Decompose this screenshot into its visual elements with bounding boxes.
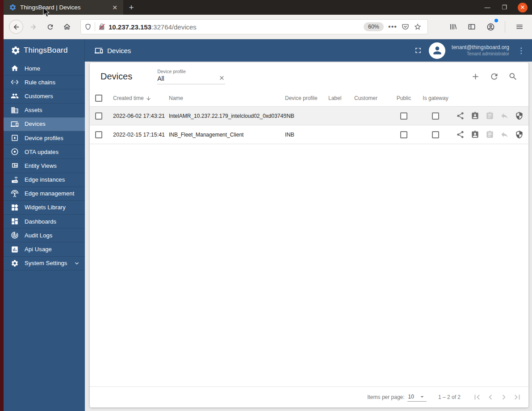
- user-avatar[interactable]: [429, 42, 445, 59]
- back-button[interactable]: [9, 20, 23, 34]
- zoom-level-badge[interactable]: 60%: [364, 22, 384, 31]
- sidebar-item-api-usage[interactable]: Api Usage: [4, 242, 85, 256]
- sidebar-item-rule-chains[interactable]: Rule chains: [4, 75, 85, 89]
- pocket-icon[interactable]: [399, 21, 411, 33]
- table-row[interactable]: 2022-02-15 17:15:41 INB_Fleet_Management…: [90, 125, 528, 144]
- sidebar-item-devices[interactable]: Devices: [4, 117, 85, 131]
- hamburger-menu-icon[interactable]: [512, 20, 527, 34]
- mouse-cursor: [43, 7, 50, 18]
- rule-chains-icon: [11, 78, 19, 86]
- browser-tab[interactable]: ThingsBoard | Devices ✕: [4, 0, 123, 15]
- sidebar-item-label: Dashboards: [25, 218, 80, 225]
- filter-value[interactable]: All: [157, 75, 218, 82]
- fullscreen-icon[interactable]: [414, 46, 423, 55]
- sidebar-item-label: System Settings: [25, 260, 67, 266]
- url-path: :32764/devices: [151, 23, 197, 31]
- new-tab-button[interactable]: +: [123, 0, 139, 15]
- minimize-button[interactable]: —: [484, 4, 491, 11]
- table-header: Created time Name Device profile Label C…: [90, 90, 528, 107]
- sidebar-item-label: Devices: [25, 120, 80, 127]
- device-profile-filter[interactable]: Device profile All: [157, 69, 225, 84]
- is-gateway-checkbox[interactable]: [432, 131, 439, 138]
- refresh-icon[interactable]: [490, 72, 499, 81]
- column-public[interactable]: Public: [388, 95, 419, 101]
- sidebar-item-widgets-library[interactable]: Widgets Library: [4, 201, 85, 215]
- sidebar-item-home[interactable]: Home: [4, 62, 85, 75]
- add-device-icon[interactable]: [471, 72, 480, 81]
- close-button[interactable]: ✕: [518, 3, 528, 12]
- share-icon[interactable]: [456, 112, 465, 120]
- user-info: tenant@thingsboard.org Tenant administra…: [452, 44, 509, 57]
- sort-desc-icon: [146, 95, 151, 101]
- page-actions-icon[interactable]: •••: [386, 21, 399, 33]
- column-customer[interactable]: Customer: [354, 95, 388, 101]
- column-created-time[interactable]: Created time: [113, 95, 169, 101]
- card-toolbar: Devices Device profile All: [90, 62, 528, 90]
- select-all-checkbox[interactable]: [95, 95, 102, 102]
- column-device-profile[interactable]: Device profile: [285, 95, 328, 101]
- sidebar-item-edge-instances[interactable]: Edge instances: [4, 173, 85, 187]
- column-is-gateway[interactable]: Is gateway: [419, 95, 452, 101]
- breadcrumb: Devices: [85, 46, 414, 55]
- security-icon[interactable]: [515, 112, 524, 120]
- sidebars-icon[interactable]: [465, 20, 479, 34]
- edge-instances-icon: [11, 176, 19, 184]
- public-checkbox[interactable]: [400, 112, 407, 120]
- filter-label: Device profile: [157, 69, 218, 74]
- sidebar-item-label: Rule chains: [25, 79, 80, 86]
- public-checkbox[interactable]: [400, 131, 407, 138]
- browser-window: ThingsBoard | Devices ✕ + — ❐ ✕: [4, 0, 532, 411]
- cell-device-profile: INB: [285, 132, 328, 138]
- reload-button[interactable]: [43, 20, 57, 34]
- app-logo[interactable]: ThingsBoard: [4, 39, 85, 62]
- assign-to-customer-icon[interactable]: [471, 130, 479, 139]
- row-actions: [452, 112, 528, 120]
- row-checkbox[interactable]: [95, 131, 102, 138]
- sidebar-item-device-profiles[interactable]: Device profiles: [4, 131, 85, 145]
- page-size-select[interactable]: 10: [407, 393, 427, 402]
- sidebar-item-customers[interactable]: Customers: [4, 89, 85, 103]
- column-name[interactable]: Name: [169, 95, 285, 101]
- account-notification-dot: [494, 19, 498, 22]
- sidebar-item-audit-logs[interactable]: Audit Logs: [4, 228, 85, 242]
- restore-button[interactable]: ❐: [501, 4, 508, 11]
- tab-close-icon[interactable]: ✕: [111, 4, 119, 11]
- column-label: Created time: [113, 95, 144, 101]
- library-icon[interactable]: [446, 20, 460, 34]
- sidebar-item-label: Home: [25, 65, 80, 72]
- previous-page-icon[interactable]: [486, 392, 495, 402]
- column-label[interactable]: Label: [328, 95, 354, 101]
- sidebar-item-dashboards[interactable]: Dashboards: [4, 215, 85, 228]
- url-text[interactable]: 10.237.23.153:32764/devices: [109, 23, 361, 31]
- customers-icon: [11, 92, 19, 100]
- assign-to-customer-icon[interactable]: [471, 112, 479, 120]
- table-row[interactable]: 2022-06-02 17:43:21 IntelAMR_10.237.22.1…: [90, 107, 528, 125]
- forward-button[interactable]: [26, 20, 40, 34]
- account-icon[interactable]: [483, 20, 498, 34]
- credentials-icon: [486, 130, 494, 139]
- search-icon[interactable]: [508, 72, 518, 81]
- sidebar-item-entity-views[interactable]: Entity Views: [4, 159, 85, 173]
- row-checkbox[interactable]: [95, 112, 102, 120]
- app-body: Home Rule chains Customers Assets Device…: [4, 62, 532, 411]
- insecure-lock-icon[interactable]: [98, 23, 105, 30]
- next-page-icon[interactable]: [499, 392, 509, 402]
- tracking-shield-icon[interactable]: [84, 23, 92, 30]
- last-page-icon[interactable]: [512, 392, 522, 402]
- widgets-library-icon: [11, 203, 19, 212]
- home-button[interactable]: [60, 20, 74, 34]
- is-gateway-checkbox[interactable]: [432, 112, 439, 120]
- url-bar[interactable]: 10.237.23.153:32764/devices 60% •••: [80, 19, 428, 34]
- more-menu-icon[interactable]: ⋮: [515, 46, 527, 55]
- sidebar-item-assets[interactable]: Assets: [4, 104, 85, 117]
- security-icon[interactable]: [515, 130, 524, 139]
- share-icon[interactable]: [456, 130, 465, 139]
- sidebar-item-edge-management[interactable]: Edge management: [4, 187, 85, 201]
- sidebar-item-label: Assets: [25, 107, 80, 113]
- bookmark-star-icon[interactable]: [411, 21, 424, 33]
- clear-filter-icon[interactable]: [218, 75, 225, 81]
- first-page-icon[interactable]: [472, 392, 482, 402]
- header-right: tenant@thingsboard.org Tenant administra…: [414, 42, 532, 59]
- sidebar-item-ota-updates[interactable]: OTA updates: [4, 145, 85, 159]
- sidebar-item-system-settings[interactable]: System Settings: [4, 257, 85, 270]
